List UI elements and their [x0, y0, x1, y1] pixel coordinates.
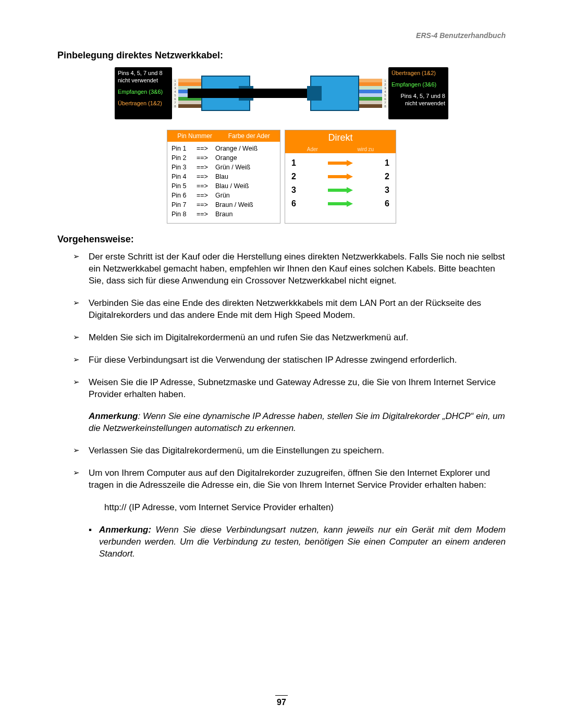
col-header-pin: Pin Nummer	[177, 132, 212, 140]
cable-illustration: 1 2 3 4 5 6 7 8 1 2 3 4 5 6 7 8	[172, 72, 388, 114]
mapping-row: 33	[291, 183, 389, 197]
cable-label-box-right: Übertragen (1&2) Empfangen (3&6) Pins 4,…	[388, 67, 448, 119]
arrow-text-icon: ==>	[197, 144, 212, 153]
arrow-text-icon: ==>	[197, 153, 212, 163]
http-example-line: http:// (IP Adresse, vom Internet Servic…	[104, 502, 506, 514]
label-left-unused: Pins 4, 5, 7 und 8 nicht verwendet	[115, 67, 172, 86]
pin-row: Pin 2==>Orange	[172, 153, 276, 163]
map-to: 6	[385, 199, 389, 208]
subhead-to: wird zu	[358, 146, 374, 152]
step-item: Weisen Sie die IP Adresse, Subnetzmaske …	[73, 377, 506, 411]
label-left-tx: Übertragen (1&2)	[115, 97, 172, 109]
wire-color: Orange	[215, 153, 276, 163]
step-item: Verlassen Sie das Digitalrekordermenü, u…	[73, 445, 506, 467]
wire-fan-right-icon	[359, 79, 382, 108]
pin-row: Pin 6==>Grün	[172, 191, 276, 200]
wire-color: Braun / Weiß	[215, 200, 276, 209]
pin-color-table: Pin Nummer Farbe der Ader Pin 1==>Orange…	[167, 130, 280, 224]
note2-label: Anmerkung:	[99, 525, 151, 535]
wire-color: Grün / Weiß	[215, 163, 276, 172]
wire-color: Blau	[215, 172, 276, 181]
pin-mapping-subheader: Ader wird zu	[285, 145, 396, 153]
wire-color: Grün	[215, 191, 276, 200]
pin-number: Pin 7	[172, 200, 193, 209]
pin-color-table-header: Pin Nummer Farbe der Ader	[167, 130, 280, 142]
pin-scale-left: 1 2 3 4 5 6 7 8	[172, 79, 178, 108]
pin-row: Pin 5==>Blau / Weiß	[172, 181, 276, 191]
rj45-connector-right-icon	[310, 76, 359, 111]
map-from: 6	[291, 199, 296, 208]
wire-color: Blau / Weiß	[215, 181, 276, 191]
map-to: 2	[385, 172, 389, 181]
mapping-row: 66	[291, 197, 389, 211]
arrow-orange-icon	[328, 160, 353, 166]
note2-text: Wenn Sie diese Verbindungsart nutzen, ka…	[99, 525, 506, 559]
label-right-tx: Übertragen (1&2)	[388, 67, 448, 79]
note-label: Anmerkung	[89, 411, 138, 421]
arrow-text-icon: ==>	[197, 191, 212, 200]
note-dhcp: Anmerkung: Wenn Sie eine dynamische IP A…	[89, 411, 506, 435]
page-number: 97	[0, 695, 563, 707]
section-title-pinout: Pinbelegung direktes Netzwerkkabel:	[57, 50, 506, 61]
step-item: Verbinden Sie das eine Ende des direkten…	[73, 298, 506, 332]
note-text: : Wenn Sie eine dynamische IP Adresse ha…	[89, 411, 505, 433]
step-item: Um von Ihrem Computer aus auf den Digita…	[73, 467, 506, 502]
pin-number: Pin 6	[172, 191, 193, 200]
wire-color: Orange / Weiß	[215, 144, 276, 153]
section-title-procedure: Vorgehensweise:	[57, 234, 506, 245]
pin-number: Pin 8	[172, 209, 193, 219]
arrow-text-icon: ==>	[197, 172, 212, 181]
label-right-rx: Empfangen (3&6)	[388, 79, 448, 90]
arrow-text-icon: ==>	[197, 200, 212, 209]
pin-row: Pin 3==>Grün / Weiß	[172, 163, 276, 172]
body-text: Der erste Schritt ist der Kauf oder die …	[57, 251, 506, 560]
arrow-green-icon	[328, 201, 353, 207]
map-to: 3	[385, 186, 389, 195]
pin-number: Pin 1	[172, 144, 193, 153]
pin-number: Pin 3	[172, 163, 193, 172]
arrow-green-icon	[328, 187, 353, 193]
cable-diagram: Pins 4, 5, 7 und 8 nicht verwendet Empfa…	[115, 67, 448, 119]
pin-row: Pin 8==>Braun	[172, 209, 276, 219]
document-header: ERS-4 Benutzerhandbuch	[57, 31, 506, 40]
pin-row: Pin 4==>Blau	[172, 172, 276, 181]
arrow-text-icon: ==>	[197, 181, 212, 191]
step-item: Für diese Verbindungsart ist die Verwend…	[73, 354, 506, 377]
pin-tables: Pin Nummer Farbe der Ader Pin 1==>Orange…	[167, 130, 396, 224]
pin-row: Pin 7==>Braun / Weiß	[172, 200, 276, 209]
step-item: Melden Sie sich im Digitalrekordermenü a…	[73, 332, 506, 354]
page: ERS-4 Benutzerhandbuch Pinbelegung direk…	[0, 0, 563, 728]
pin-mapping-table: Direkt Ader wird zu 11223366	[285, 130, 396, 224]
arrow-orange-icon	[328, 174, 353, 180]
label-left-rx: Empfangen (3&6)	[115, 86, 172, 97]
pin-number: Pin 2	[172, 153, 193, 163]
subhead-from: Ader	[307, 146, 318, 152]
pin-scale-right: 1 2 3 4 5 6 7 8	[382, 79, 388, 108]
cable-label-box-left: Pins 4, 5, 7 und 8 nicht verwendet Empfa…	[115, 67, 172, 119]
label-right-unused: Pins 4, 5, 7 und 8 nicht verwendet	[388, 90, 448, 109]
map-from: 1	[291, 158, 296, 168]
wire-color: Braun	[215, 209, 276, 219]
sub-note-item: Anmerkung: Wenn Sie diese Verbindungsart…	[89, 524, 506, 560]
map-from: 3	[291, 186, 296, 195]
pin-number: Pin 4	[172, 172, 193, 181]
pin-number: Pin 5	[172, 181, 193, 191]
arrow-text-icon: ==>	[197, 163, 212, 172]
page-number-value: 97	[277, 698, 286, 707]
mapping-row: 11	[291, 156, 389, 170]
map-from: 2	[291, 172, 296, 181]
sub-note-list: Anmerkung: Wenn Sie diese Verbindungsart…	[89, 524, 506, 560]
mapping-row: 22	[291, 170, 389, 183]
pin-mapping-title: Direkt	[285, 130, 396, 145]
pin-row: Pin 1==>Orange / Weiß	[172, 144, 276, 153]
step-item: Der erste Schritt ist der Kauf oder die …	[73, 251, 506, 298]
arrow-text-icon: ==>	[197, 209, 212, 219]
col-header-color: Farbe der Ader	[228, 132, 270, 140]
map-to: 1	[385, 158, 389, 168]
